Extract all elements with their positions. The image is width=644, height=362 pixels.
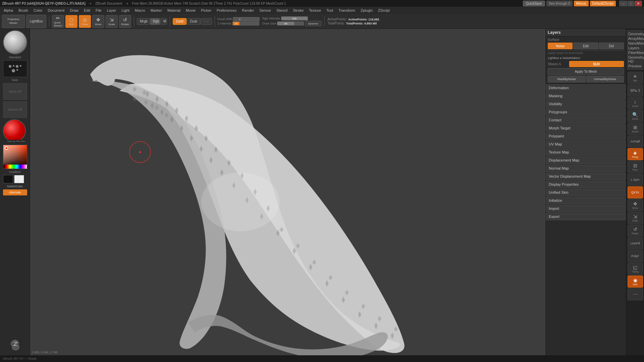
menu-stroke[interactable]: Stroke — [290, 8, 306, 13]
zsub-button[interactable]: Zsub — [187, 18, 200, 25]
menu-preferences[interactable]: Preferences — [214, 8, 239, 13]
noise-button[interactable]: Noise — [548, 43, 573, 49]
color-sphere[interactable] — [3, 119, 26, 142]
fibermesh-item[interactable]: FiberMesh — [628, 50, 642, 55]
draw-button[interactable]: ◎ Draw — [79, 15, 91, 28]
solo-button[interactable]: ◉ Solo — [628, 276, 643, 288]
transp-button[interactable]: ◱ Transp — [628, 263, 643, 275]
menu-zscript[interactable]: ZScript — [376, 8, 392, 13]
export-button[interactable]: Export — [546, 213, 626, 220]
import-button[interactable]: Import — [546, 205, 626, 212]
seethrough-button[interactable]: See-through 0 — [546, 1, 572, 6]
default-zscript-button[interactable]: DefaultZScript — [590, 1, 616, 6]
polyf-button[interactable]: PolyF — [628, 250, 643, 262]
switch-color-label[interactable]: SwitchColor — [7, 185, 23, 188]
menu-transform[interactable]: Transform — [336, 8, 358, 13]
mrgb-button[interactable]: Mrgb — [137, 18, 150, 25]
color-picker[interactable] — [3, 145, 27, 169]
lightbox-button[interactable]: LightBox — [26, 15, 46, 28]
unified-skin-button[interactable]: Unified Skin — [546, 189, 626, 196]
cut-button[interactable]: Cut — [201, 18, 212, 25]
linefill-button[interactable]: LineFill — [628, 237, 643, 249]
window-maximize-button[interactable]: □ — [628, 1, 634, 6]
polygroups-button[interactable]: Polygroups — [546, 108, 626, 116]
menu-zplugin[interactable]: Zplugin — [358, 8, 375, 13]
menu-texture[interactable]: Texture — [307, 8, 323, 13]
alternate-button[interactable]: Alternate — [3, 189, 27, 195]
menus-button[interactable]: Menus — [574, 1, 589, 6]
menu-color[interactable]: Color — [31, 8, 45, 13]
menu-layer[interactable]: Layer — [105, 8, 119, 13]
menu-macro[interactable]: Macro — [132, 8, 148, 13]
zoom-button[interactable]: 🔍 Zoom — [628, 110, 643, 122]
swatch-white[interactable] — [14, 175, 24, 183]
floor-button[interactable]: ⊟ Floor — [628, 161, 643, 173]
menu-movie[interactable]: Movie — [183, 8, 198, 13]
nanomesh-item[interactable]: NanoMesh — [628, 41, 642, 46]
menu-file[interactable]: File — [93, 8, 104, 13]
menu-alpha[interactable]: Alpha — [1, 8, 15, 13]
projection-master-button[interactable]: ProjectionMaster — [2, 15, 25, 28]
quicksave-button[interactable]: QuickSave — [523, 1, 545, 6]
material-color-selector[interactable]: MatCap Red Wax — [3, 119, 27, 143]
apply-to-mesh-button[interactable]: Apply To Mesh — [548, 68, 624, 75]
geometry-hd-item[interactable]: Geometry HD — [628, 55, 642, 64]
surface-del-button[interactable]: Del — [599, 43, 624, 49]
draw-size-slider[interactable]: 64 — [277, 21, 304, 25]
vector-displacement-button[interactable]: Vector Displacement Map — [546, 173, 626, 180]
move-icon-button[interactable]: ✥ Move — [628, 199, 643, 211]
window-minimize-button[interactable]: — — [619, 1, 627, 6]
menu-picker[interactable]: Picker — [199, 8, 214, 13]
menu-draw[interactable]: Draw — [67, 8, 81, 13]
move-button[interactable]: ✥ Move — [92, 15, 104, 28]
z-intensity-slider[interactable]: 25 — [232, 21, 259, 25]
rotate-button[interactable]: ↺ Rotate — [119, 15, 131, 28]
normal-map-button[interactable]: Normal Map — [546, 165, 626, 172]
menu-stencil[interactable]: Stencil — [274, 8, 290, 13]
texture-map-button[interactable]: Texture Map — [546, 148, 626, 156]
aahalf-button[interactable]: AAHalf — [628, 135, 643, 147]
morph-target-button[interactable]: Morph Target — [546, 124, 626, 132]
maskbynoise-button[interactable]: MaskByNoise — [548, 76, 586, 82]
geometry-item[interactable]: Geometry — [628, 32, 642, 36]
edit-button[interactable]: ⬡ Edit — [65, 15, 77, 28]
quick-sketch-button[interactable]: ✏ QuickSketch — [52, 15, 64, 28]
dynamic-button[interactable]: Dynamic — [305, 21, 322, 26]
contact-button[interactable]: Contact — [546, 116, 626, 124]
qxyz-button[interactable]: QXYz — [628, 186, 643, 198]
menu-material[interactable]: Material — [165, 8, 183, 13]
initialize-button[interactable]: Initialize — [546, 197, 626, 204]
menu-tool[interactable]: Tool — [324, 8, 335, 13]
alpha-preview[interactable]: Alpha Off — [3, 83, 27, 100]
layers-header[interactable]: Layers — [546, 29, 626, 37]
texture-preview[interactable]: Texture Off — [3, 101, 27, 118]
rotate-icon-button[interactable]: ↺ Rotate — [628, 225, 643, 237]
material-preview[interactable] — [3, 30, 27, 54]
masking-button[interactable]: Masking — [546, 92, 626, 100]
canvas-area[interactable]: 1.505, 0.246, 1.745 — [30, 29, 545, 355]
rgb-intensity-slider[interactable]: 100 — [281, 16, 308, 20]
zadd-button[interactable]: Zadd — [173, 18, 186, 25]
display-properties-button[interactable]: Display Properties — [546, 181, 626, 188]
menu-brush[interactable]: Brush — [16, 8, 31, 13]
m-button[interactable]: M — [160, 18, 167, 25]
menu-render[interactable]: Render — [239, 8, 256, 13]
brush-preview[interactable] — [3, 60, 27, 77]
menu-document[interactable]: Document — [45, 8, 67, 13]
scale-icon-button[interactable]: ⇲ Scale — [628, 212, 643, 224]
menu-edit[interactable]: Edit — [82, 8, 93, 13]
deformation-button[interactable]: Deformation — [546, 84, 626, 92]
lsym-button[interactable]: L.Sym — [628, 174, 643, 186]
scroll-button[interactable]: ↕ Scroll — [628, 97, 643, 109]
swatch-black[interactable] — [3, 175, 13, 183]
focal-shift-slider[interactable]: 0 — [233, 17, 260, 21]
actual-button[interactable]: ⊞ Actual — [628, 123, 643, 135]
uv-map-button[interactable]: UV Map — [546, 140, 626, 148]
polypaint-button[interactable]: Polypaint — [546, 132, 626, 140]
surface-edit-button[interactable]: Edit — [573, 43, 598, 49]
displacement-map-button[interactable]: Displacement Map — [546, 157, 626, 164]
menu-marker[interactable]: Marker — [148, 8, 164, 13]
layers-info-item[interactable]: Layers — [628, 46, 642, 50]
window-close-button[interactable]: ✕ — [635, 1, 642, 6]
brit-button[interactable]: ☀ Brit — [628, 72, 643, 84]
